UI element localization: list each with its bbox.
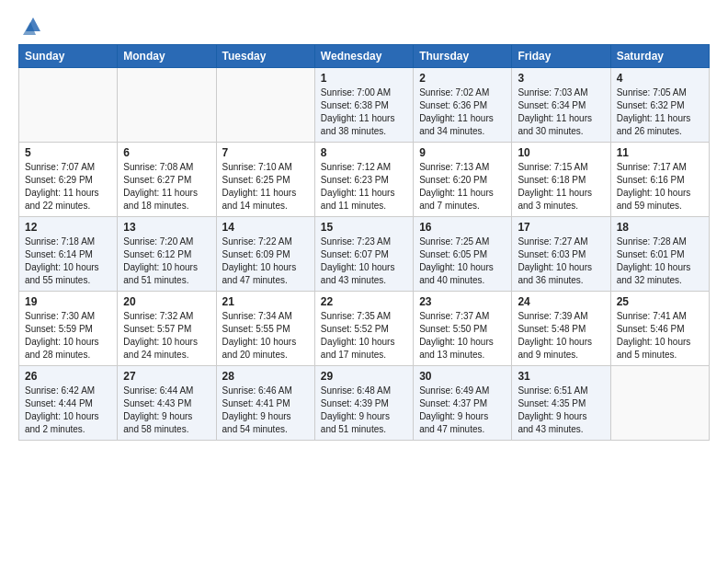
week-row-2: 5Sunrise: 7:07 AM Sunset: 6:29 PM Daylig… <box>19 143 710 217</box>
day-number: 11 <box>617 146 703 159</box>
day-number: 17 <box>518 221 604 234</box>
day-info: Sunrise: 6:51 AM Sunset: 4:35 PM Dayligh… <box>518 385 604 436</box>
calendar-cell: 25Sunrise: 7:41 AM Sunset: 5:46 PM Dayli… <box>610 292 709 366</box>
day-number: 12 <box>25 221 111 234</box>
day-info: Sunrise: 7:39 AM Sunset: 5:48 PM Dayligh… <box>518 310 604 362</box>
day-info: Sunrise: 7:25 AM Sunset: 6:05 PM Dayligh… <box>419 236 506 287</box>
calendar-cell: 26Sunrise: 6:42 AM Sunset: 4:44 PM Dayli… <box>19 366 118 441</box>
day-number: 22 <box>321 295 407 308</box>
header-day-sunday: Sunday <box>19 45 118 68</box>
day-number: 13 <box>123 221 210 234</box>
day-number: 10 <box>518 146 604 159</box>
day-info: Sunrise: 6:44 AM Sunset: 4:43 PM Dayligh… <box>123 385 210 436</box>
logo-icon <box>23 15 43 39</box>
header-day-friday: Friday <box>512 45 610 68</box>
day-number: 29 <box>321 370 407 383</box>
calendar-cell: 18Sunrise: 7:28 AM Sunset: 6:01 PM Dayli… <box>610 217 709 292</box>
calendar-cell: 6Sunrise: 7:08 AM Sunset: 6:27 PM Daylig… <box>118 143 216 217</box>
calendar-cell: 13Sunrise: 7:20 AM Sunset: 6:12 PM Dayli… <box>118 217 216 292</box>
header-row: SundayMondayTuesdayWednesdayThursdayFrid… <box>19 45 710 68</box>
day-info: Sunrise: 7:23 AM Sunset: 6:07 PM Dayligh… <box>321 236 407 287</box>
calendar-cell: 4Sunrise: 7:05 AM Sunset: 6:32 PM Daylig… <box>610 68 709 143</box>
calendar-cell: 3Sunrise: 7:03 AM Sunset: 6:34 PM Daylig… <box>512 68 610 143</box>
calendar-body: 1Sunrise: 7:00 AM Sunset: 6:38 PM Daylig… <box>19 68 710 441</box>
day-info: Sunrise: 7:00 AM Sunset: 6:38 PM Dayligh… <box>321 86 407 138</box>
day-info: Sunrise: 7:28 AM Sunset: 6:01 PM Dayligh… <box>617 236 703 287</box>
day-info: Sunrise: 7:02 AM Sunset: 6:36 PM Dayligh… <box>419 86 506 138</box>
day-number: 30 <box>419 370 506 383</box>
day-info: Sunrise: 7:37 AM Sunset: 5:50 PM Dayligh… <box>419 310 506 362</box>
logo <box>18 17 43 39</box>
header-day-saturday: Saturday <box>610 45 709 68</box>
calendar-cell: 2Sunrise: 7:02 AM Sunset: 6:36 PM Daylig… <box>414 68 512 143</box>
day-number: 15 <box>321 221 407 234</box>
day-info: Sunrise: 6:48 AM Sunset: 4:39 PM Dayligh… <box>321 385 407 436</box>
day-number: 16 <box>419 221 506 234</box>
calendar-cell: 22Sunrise: 7:35 AM Sunset: 5:52 PM Dayli… <box>314 292 413 366</box>
day-number: 27 <box>123 370 210 383</box>
day-info: Sunrise: 7:20 AM Sunset: 6:12 PM Dayligh… <box>123 236 210 287</box>
day-number: 23 <box>419 295 506 308</box>
day-info: Sunrise: 7:10 AM Sunset: 6:25 PM Dayligh… <box>222 161 309 213</box>
calendar-cell: 12Sunrise: 7:18 AM Sunset: 6:14 PM Dayli… <box>19 217 118 292</box>
week-row-5: 26Sunrise: 6:42 AM Sunset: 4:44 PM Dayli… <box>19 366 710 441</box>
day-number: 21 <box>222 295 309 308</box>
calendar-cell: 10Sunrise: 7:15 AM Sunset: 6:18 PM Dayli… <box>512 143 610 217</box>
day-number: 1 <box>321 72 407 85</box>
calendar-cell <box>118 68 216 143</box>
day-number: 19 <box>25 295 111 308</box>
calendar-cell: 14Sunrise: 7:22 AM Sunset: 6:09 PM Dayli… <box>216 217 314 292</box>
day-info: Sunrise: 7:13 AM Sunset: 6:20 PM Dayligh… <box>419 161 506 213</box>
day-info: Sunrise: 7:07 AM Sunset: 6:29 PM Dayligh… <box>25 161 111 213</box>
day-info: Sunrise: 7:15 AM Sunset: 6:18 PM Dayligh… <box>518 161 604 213</box>
calendar-cell: 1Sunrise: 7:00 AM Sunset: 6:38 PM Daylig… <box>314 68 413 143</box>
day-number: 8 <box>321 146 407 159</box>
day-info: Sunrise: 6:49 AM Sunset: 4:37 PM Dayligh… <box>419 385 506 436</box>
day-number: 6 <box>123 146 210 159</box>
calendar-cell: 8Sunrise: 7:12 AM Sunset: 6:23 PM Daylig… <box>314 143 413 217</box>
day-info: Sunrise: 7:03 AM Sunset: 6:34 PM Dayligh… <box>518 86 604 138</box>
day-info: Sunrise: 7:30 AM Sunset: 5:59 PM Dayligh… <box>25 310 111 362</box>
day-info: Sunrise: 6:46 AM Sunset: 4:41 PM Dayligh… <box>222 385 309 436</box>
day-number: 9 <box>419 146 506 159</box>
day-number: 3 <box>518 72 604 85</box>
day-number: 4 <box>617 72 703 85</box>
day-number: 20 <box>123 295 210 308</box>
header-day-tuesday: Tuesday <box>216 45 314 68</box>
calendar-cell <box>610 366 709 441</box>
day-number: 28 <box>222 370 309 383</box>
day-info: Sunrise: 7:17 AM Sunset: 6:16 PM Dayligh… <box>617 161 703 213</box>
day-info: Sunrise: 7:12 AM Sunset: 6:23 PM Dayligh… <box>321 161 407 213</box>
calendar-cell: 27Sunrise: 6:44 AM Sunset: 4:43 PM Dayli… <box>118 366 216 441</box>
page: SundayMondayTuesdayWednesdayThursdayFrid… <box>0 0 728 563</box>
calendar-table: SundayMondayTuesdayWednesdayThursdayFrid… <box>18 44 710 441</box>
calendar-cell: 16Sunrise: 7:25 AM Sunset: 6:05 PM Dayli… <box>414 217 512 292</box>
calendar-cell: 20Sunrise: 7:32 AM Sunset: 5:57 PM Dayli… <box>118 292 216 366</box>
calendar-header: SundayMondayTuesdayWednesdayThursdayFrid… <box>19 45 710 68</box>
day-info: Sunrise: 7:22 AM Sunset: 6:09 PM Dayligh… <box>222 236 309 287</box>
calendar-cell: 24Sunrise: 7:39 AM Sunset: 5:48 PM Dayli… <box>512 292 610 366</box>
day-number: 24 <box>518 295 604 308</box>
calendar-cell: 11Sunrise: 7:17 AM Sunset: 6:16 PM Dayli… <box>610 143 709 217</box>
day-info: Sunrise: 7:08 AM Sunset: 6:27 PM Dayligh… <box>123 161 210 213</box>
day-number: 25 <box>617 295 703 308</box>
day-info: Sunrise: 7:32 AM Sunset: 5:57 PM Dayligh… <box>123 310 210 362</box>
day-number: 5 <box>25 146 111 159</box>
header <box>18 17 710 39</box>
day-number: 18 <box>617 221 703 234</box>
calendar-cell: 28Sunrise: 6:46 AM Sunset: 4:41 PM Dayli… <box>216 366 314 441</box>
week-row-3: 12Sunrise: 7:18 AM Sunset: 6:14 PM Dayli… <box>19 217 710 292</box>
calendar-cell: 15Sunrise: 7:23 AM Sunset: 6:07 PM Dayli… <box>314 217 413 292</box>
day-info: Sunrise: 7:41 AM Sunset: 5:46 PM Dayligh… <box>617 310 703 362</box>
calendar-cell: 30Sunrise: 6:49 AM Sunset: 4:37 PM Dayli… <box>414 366 512 441</box>
calendar-cell: 19Sunrise: 7:30 AM Sunset: 5:59 PM Dayli… <box>19 292 118 366</box>
day-number: 7 <box>222 146 309 159</box>
logo-content <box>18 17 43 39</box>
day-info: Sunrise: 7:27 AM Sunset: 6:03 PM Dayligh… <box>518 236 604 287</box>
week-row-1: 1Sunrise: 7:00 AM Sunset: 6:38 PM Daylig… <box>19 68 710 143</box>
calendar-cell: 29Sunrise: 6:48 AM Sunset: 4:39 PM Dayli… <box>314 366 413 441</box>
day-number: 14 <box>222 221 309 234</box>
day-number: 26 <box>25 370 111 383</box>
day-info: Sunrise: 7:35 AM Sunset: 5:52 PM Dayligh… <box>321 310 407 362</box>
day-number: 31 <box>518 370 604 383</box>
